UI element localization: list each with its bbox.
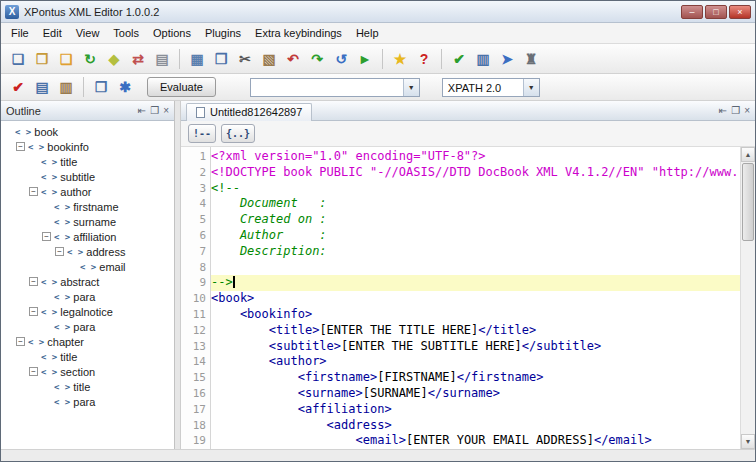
evaluate-button[interactable]: Evaluate: [147, 77, 216, 97]
tree-item-address[interactable]: −< >address: [3, 244, 172, 259]
tree-item-title[interactable]: < >title: [3, 349, 172, 364]
menu-item-help[interactable]: Help: [349, 24, 386, 42]
maximize-panel-icon[interactable]: ❐: [731, 105, 740, 116]
scrollbar-track[interactable]: [741, 162, 755, 434]
collapse-toggle-icon[interactable]: −: [29, 367, 38, 376]
scroll-up-icon[interactable]: ▲: [741, 147, 755, 162]
table-icon[interactable]: ▦: [186, 48, 208, 70]
tree-item-para[interactable]: < >para: [3, 319, 172, 334]
tree-item-firstname[interactable]: < >firstname: [3, 199, 172, 214]
print-icon[interactable]: ▤: [151, 48, 173, 70]
app-window: X XPontus XML Editor 1.0.0.2 – □ × FileE…: [0, 0, 756, 462]
main-toolbar-icons: ❏❐❑↻◆⇄▤▦❒✂▧↶↷↺►★?✔▥➤♜: [1, 44, 755, 74]
tree-item-subtitle[interactable]: < >subtitle: [3, 169, 172, 184]
menu-item-edit[interactable]: Edit: [36, 24, 69, 42]
collapse-toggle-icon[interactable]: −: [55, 247, 64, 256]
scroll-down-icon[interactable]: ▼: [741, 434, 755, 449]
pointer-icon[interactable]: ➤: [496, 48, 518, 70]
menu-item-options[interactable]: Options: [146, 24, 198, 42]
tree-item-surname[interactable]: < >surname: [3, 214, 172, 229]
refresh-icon[interactable]: ↻: [79, 48, 101, 70]
code-line: <address>: [211, 418, 740, 434]
tree-item-para[interactable]: < >para: [3, 289, 172, 304]
xpath-version-select[interactable]: XPATH 2.0 ▼: [442, 78, 540, 97]
diamond-icon[interactable]: ◆: [103, 48, 125, 70]
new-file-icon[interactable]: ❏: [7, 48, 29, 70]
outline-tree[interactable]: < >book−< >bookinfo< >title< >subtitle−<…: [1, 121, 174, 449]
collapse-toggle-icon[interactable]: −: [16, 142, 25, 151]
tree-item-para[interactable]: < >para: [3, 394, 172, 409]
tree-item-bookinfo[interactable]: −< >bookinfo: [3, 139, 172, 154]
xml-element-icon: < >: [67, 247, 83, 257]
chevron-down-icon[interactable]: ▼: [403, 79, 419, 96]
tree-item-affiliation[interactable]: −< >affiliation: [3, 229, 172, 244]
castle-icon[interactable]: ♜: [520, 48, 542, 70]
collapse-toggle-icon[interactable]: −: [29, 187, 38, 196]
tree-item-email[interactable]: < >email: [3, 259, 172, 274]
close-panel-icon[interactable]: ×: [744, 105, 750, 116]
menu-bar: FileEditViewToolsOptionsPluginsExtra key…: [1, 23, 755, 44]
code-area[interactable]: <?xml version="1.0" encoding="UTF-8"?><!…: [211, 147, 740, 449]
collapse-toggle-icon[interactable]: −: [42, 232, 51, 241]
dock-icon[interactable]: ⇤: [719, 105, 727, 116]
outline-panel-header: Outline ⇤ ❐ ×: [1, 101, 174, 121]
comment-button[interactable]: !--: [188, 124, 216, 143]
menu-item-file[interactable]: File: [4, 24, 36, 42]
collapse-toggle-icon[interactable]: −: [16, 337, 25, 346]
collapse-toggle-icon[interactable]: −: [29, 307, 38, 316]
window-icon[interactable]: ❐: [90, 76, 112, 98]
menu-item-plugins[interactable]: Plugins: [198, 24, 248, 42]
folder-icon[interactable]: ❒: [210, 48, 232, 70]
tree-item-title[interactable]: < >title: [3, 154, 172, 169]
editor-tab[interactable]: Untitled812642897: [186, 103, 312, 121]
close-button[interactable]: ×: [729, 5, 751, 19]
line-number: 11: [181, 307, 206, 323]
tree-item-author[interactable]: −< >author: [3, 184, 172, 199]
tree-item-book[interactable]: < >book: [3, 124, 172, 139]
vertical-scrollbar[interactable]: ▲ ▼: [740, 147, 755, 449]
open-file-icon[interactable]: ❐: [31, 48, 53, 70]
maximize-button[interactable]: □: [705, 5, 727, 19]
redo-icon[interactable]: ↷: [306, 48, 328, 70]
transfer-icon[interactable]: ⇄: [127, 48, 149, 70]
collapse-toggle-icon[interactable]: −: [29, 277, 38, 286]
bookmark-star-icon[interactable]: ★: [389, 48, 411, 70]
help-icon[interactable]: ?: [413, 48, 435, 70]
xml-element-icon: < >: [28, 337, 44, 347]
window-title: XPontus XML Editor 1.0.0.2: [24, 6, 679, 18]
menu-item-extra-keybindings[interactable]: Extra keybindings: [248, 24, 349, 42]
tree-item-legalnotice[interactable]: −< >legalnotice: [3, 304, 172, 319]
paste-icon[interactable]: ▧: [258, 48, 280, 70]
scrollbar-thumb[interactable]: [742, 163, 754, 241]
menu-item-view[interactable]: View: [69, 24, 107, 42]
save-file-icon[interactable]: ❑: [55, 48, 77, 70]
cut-icon[interactable]: ✂: [234, 48, 256, 70]
undo-icon[interactable]: ↶: [282, 48, 304, 70]
tree-item-chapter[interactable]: −< >chapter: [3, 334, 172, 349]
tree-item-section[interactable]: −< >section: [3, 364, 172, 379]
symbols-button[interactable]: {..}: [221, 124, 255, 143]
dock-icon[interactable]: ⇤: [138, 105, 146, 116]
close-panel-icon[interactable]: ×: [163, 105, 169, 116]
document-icon[interactable]: ▤: [31, 76, 53, 98]
format-panel-icon[interactable]: ▥: [472, 48, 494, 70]
code-line: [211, 260, 740, 276]
xml-element-icon: < >: [54, 292, 70, 302]
validate-icon[interactable]: ✔: [448, 48, 470, 70]
minimize-button[interactable]: –: [681, 5, 703, 19]
gear-icon[interactable]: ✱: [114, 76, 136, 98]
xml-element-icon: < >: [41, 187, 57, 197]
tree-item-title[interactable]: < >title: [3, 379, 172, 394]
line-number: 19: [181, 433, 206, 449]
form-icon[interactable]: ▥: [55, 76, 77, 98]
chevron-down-icon[interactable]: ▼: [523, 79, 539, 96]
tree-item-abstract[interactable]: −< >abstract: [3, 274, 172, 289]
sync-icon[interactable]: ↺: [330, 48, 352, 70]
menu-item-tools[interactable]: Tools: [106, 24, 146, 42]
code-line: <email>[ENTER YOUR EMAIL ADDRESS]</email…: [211, 433, 740, 449]
run-icon[interactable]: ►: [354, 48, 376, 70]
xpath-expression-input[interactable]: [251, 79, 403, 96]
outline-panel: Outline ⇤ ❐ × < >book−< >bookinfo< >titl…: [1, 101, 175, 449]
spellcheck-icon[interactable]: ✔: [7, 76, 29, 98]
maximize-panel-icon[interactable]: ❐: [150, 105, 159, 116]
